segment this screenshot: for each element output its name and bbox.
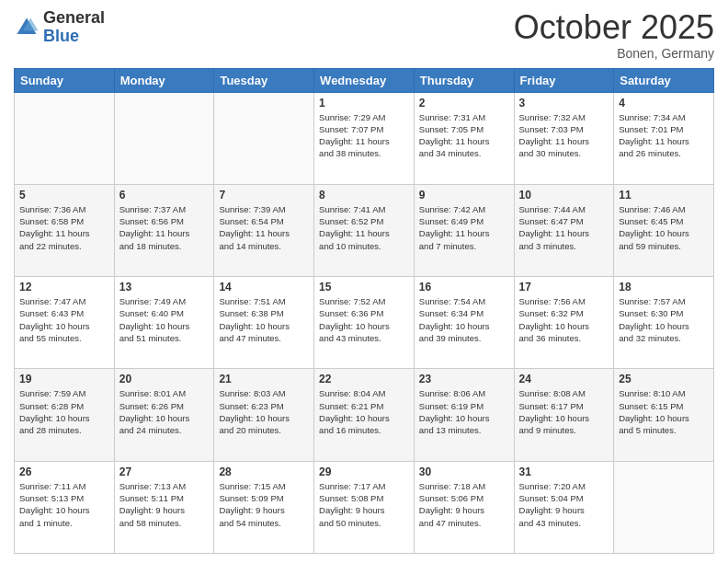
day-info: Sunrise: 7:32 AM Sunset: 7:03 PM Dayligh… — [519, 111, 609, 160]
calendar-cell: 23Sunrise: 8:06 AM Sunset: 6:19 PM Dayli… — [414, 369, 514, 461]
calendar-cell: 15Sunrise: 7:52 AM Sunset: 6:36 PM Dayli… — [314, 277, 415, 369]
day-info: Sunrise: 7:20 AM Sunset: 5:04 PM Dayligh… — [519, 480, 609, 529]
day-number: 2 — [419, 97, 509, 109]
calendar-cell: 4Sunrise: 7:34 AM Sunset: 7:01 PM Daylig… — [614, 92, 714, 184]
day-number: 19 — [19, 373, 109, 385]
calendar-cell: 24Sunrise: 8:08 AM Sunset: 6:17 PM Dayli… — [514, 369, 614, 461]
day-number: 28 — [219, 465, 309, 478]
day-info: Sunrise: 7:17 AM Sunset: 5:08 PM Dayligh… — [319, 480, 409, 529]
calendar-cell: 12Sunrise: 7:47 AM Sunset: 6:43 PM Dayli… — [15, 277, 115, 369]
calendar-cell — [15, 92, 115, 184]
page-container: General Blue October 2025 Bonen, Germany… — [0, 0, 728, 563]
day-info: Sunrise: 7:31 AM Sunset: 7:05 PM Dayligh… — [419, 111, 509, 160]
calendar-cell: 18Sunrise: 7:57 AM Sunset: 6:30 PM Dayli… — [614, 277, 714, 369]
logo-blue-text: Blue — [43, 27, 79, 45]
calendar-cell: 29Sunrise: 7:17 AM Sunset: 5:08 PM Dayli… — [314, 461, 415, 553]
day-number: 14 — [219, 281, 309, 293]
calendar-cell: 14Sunrise: 7:51 AM Sunset: 6:38 PM Dayli… — [214, 277, 314, 369]
calendar-week-2: 5Sunrise: 7:36 AM Sunset: 6:58 PM Daylig… — [15, 184, 714, 276]
day-info: Sunrise: 7:39 AM Sunset: 6:54 PM Dayligh… — [219, 203, 309, 252]
day-number: 23 — [419, 373, 509, 385]
day-number: 25 — [619, 373, 709, 385]
day-info: Sunrise: 7:44 AM Sunset: 6:47 PM Dayligh… — [519, 203, 609, 252]
calendar-cell: 30Sunrise: 7:18 AM Sunset: 5:06 PM Dayli… — [414, 461, 514, 553]
day-number: 17 — [519, 281, 609, 293]
calendar-cell: 13Sunrise: 7:49 AM Sunset: 6:40 PM Dayli… — [114, 277, 214, 369]
calendar-cell: 26Sunrise: 7:11 AM Sunset: 5:13 PM Dayli… — [15, 461, 115, 553]
day-info: Sunrise: 7:34 AM Sunset: 7:01 PM Dayligh… — [619, 111, 709, 160]
calendar-cell: 5Sunrise: 7:36 AM Sunset: 6:58 PM Daylig… — [15, 184, 115, 276]
day-info: Sunrise: 7:59 AM Sunset: 6:28 PM Dayligh… — [19, 387, 109, 436]
day-info: Sunrise: 7:11 AM Sunset: 5:13 PM Dayligh… — [19, 480, 109, 529]
calendar-cell: 27Sunrise: 7:13 AM Sunset: 5:11 PM Dayli… — [114, 461, 214, 553]
day-info: Sunrise: 7:46 AM Sunset: 6:45 PM Dayligh… — [619, 203, 709, 252]
month-title: October 2025 — [514, 9, 714, 46]
calendar-cell: 7Sunrise: 7:39 AM Sunset: 6:54 PM Daylig… — [214, 184, 314, 276]
day-info: Sunrise: 7:54 AM Sunset: 6:34 PM Dayligh… — [419, 295, 509, 344]
logo-general-text: General — [43, 8, 105, 27]
day-number: 20 — [119, 373, 210, 385]
calendar-cell: 31Sunrise: 7:20 AM Sunset: 5:04 PM Dayli… — [514, 461, 614, 553]
day-info: Sunrise: 7:49 AM Sunset: 6:40 PM Dayligh… — [119, 295, 210, 344]
day-number: 26 — [19, 465, 109, 478]
day-number: 30 — [419, 465, 509, 478]
weekday-header-saturday: Saturday — [614, 68, 714, 92]
calendar-week-5: 26Sunrise: 7:11 AM Sunset: 5:13 PM Dayli… — [15, 461, 714, 553]
day-info: Sunrise: 7:36 AM Sunset: 6:58 PM Dayligh… — [19, 203, 109, 252]
calendar-cell: 22Sunrise: 8:04 AM Sunset: 6:21 PM Dayli… — [314, 369, 415, 461]
location: Bonen, Germany — [514, 46, 714, 61]
day-number: 12 — [19, 281, 109, 293]
day-number: 31 — [519, 465, 609, 478]
day-info: Sunrise: 7:15 AM Sunset: 5:09 PM Dayligh… — [219, 480, 309, 529]
calendar-cell: 20Sunrise: 8:01 AM Sunset: 6:26 PM Dayli… — [114, 369, 214, 461]
calendar-cell: 21Sunrise: 8:03 AM Sunset: 6:23 PM Dayli… — [214, 369, 314, 461]
day-info: Sunrise: 8:08 AM Sunset: 6:17 PM Dayligh… — [519, 387, 609, 436]
weekday-header-wednesday: Wednesday — [314, 68, 415, 92]
weekday-header-row: SundayMondayTuesdayWednesdayThursdayFrid… — [15, 68, 714, 92]
day-number: 18 — [619, 281, 709, 293]
day-info: Sunrise: 7:57 AM Sunset: 6:30 PM Dayligh… — [619, 295, 709, 344]
day-info: Sunrise: 8:06 AM Sunset: 6:19 PM Dayligh… — [419, 387, 509, 436]
calendar-week-4: 19Sunrise: 7:59 AM Sunset: 6:28 PM Dayli… — [15, 369, 714, 461]
calendar-header: SundayMondayTuesdayWednesdayThursdayFrid… — [15, 68, 714, 92]
calendar-cell: 11Sunrise: 7:46 AM Sunset: 6:45 PM Dayli… — [614, 184, 714, 276]
calendar-cell: 8Sunrise: 7:41 AM Sunset: 6:52 PM Daylig… — [314, 184, 415, 276]
weekday-header-tuesday: Tuesday — [214, 68, 314, 92]
calendar-cell: 28Sunrise: 7:15 AM Sunset: 5:09 PM Dayli… — [214, 461, 314, 553]
weekday-header-monday: Monday — [114, 68, 214, 92]
day-number: 11 — [619, 189, 709, 201]
day-info: Sunrise: 7:18 AM Sunset: 5:06 PM Dayligh… — [419, 480, 509, 529]
day-info: Sunrise: 7:51 AM Sunset: 6:38 PM Dayligh… — [219, 295, 309, 344]
day-number: 5 — [19, 189, 109, 201]
day-number: 21 — [219, 373, 309, 385]
day-number: 13 — [119, 281, 210, 293]
day-info: Sunrise: 7:29 AM Sunset: 7:07 PM Dayligh… — [319, 111, 409, 160]
day-info: Sunrise: 7:42 AM Sunset: 6:49 PM Dayligh… — [419, 203, 509, 252]
day-number: 4 — [619, 97, 709, 109]
logo-icon — [14, 15, 40, 40]
day-info: Sunrise: 8:01 AM Sunset: 6:26 PM Dayligh… — [119, 387, 210, 436]
day-number: 8 — [319, 189, 409, 201]
day-number: 9 — [419, 189, 509, 201]
calendar-week-1: 1Sunrise: 7:29 AM Sunset: 7:07 PM Daylig… — [15, 92, 714, 184]
calendar-cell: 19Sunrise: 7:59 AM Sunset: 6:28 PM Dayli… — [15, 369, 115, 461]
calendar-cell: 25Sunrise: 8:10 AM Sunset: 6:15 PM Dayli… — [614, 369, 714, 461]
calendar-table: SundayMondayTuesdayWednesdayThursdayFrid… — [14, 68, 714, 554]
calendar-cell — [114, 92, 214, 184]
weekday-header-thursday: Thursday — [414, 68, 514, 92]
calendar-cell: 2Sunrise: 7:31 AM Sunset: 7:05 PM Daylig… — [414, 92, 514, 184]
day-info: Sunrise: 7:56 AM Sunset: 6:32 PM Dayligh… — [519, 295, 609, 344]
day-number: 22 — [319, 373, 409, 385]
logo: General Blue — [14, 9, 105, 46]
calendar-cell: 17Sunrise: 7:56 AM Sunset: 6:32 PM Dayli… — [514, 277, 614, 369]
calendar-cell: 16Sunrise: 7:54 AM Sunset: 6:34 PM Dayli… — [414, 277, 514, 369]
day-number: 6 — [119, 189, 210, 201]
day-number: 16 — [419, 281, 509, 293]
day-info: Sunrise: 7:47 AM Sunset: 6:43 PM Dayligh… — [19, 295, 109, 344]
day-number: 15 — [319, 281, 409, 293]
calendar-cell: 9Sunrise: 7:42 AM Sunset: 6:49 PM Daylig… — [414, 184, 514, 276]
header: General Blue October 2025 Bonen, Germany — [14, 9, 714, 61]
weekday-header-friday: Friday — [514, 68, 614, 92]
day-info: Sunrise: 8:10 AM Sunset: 6:15 PM Dayligh… — [619, 387, 709, 436]
day-number: 7 — [219, 189, 309, 201]
